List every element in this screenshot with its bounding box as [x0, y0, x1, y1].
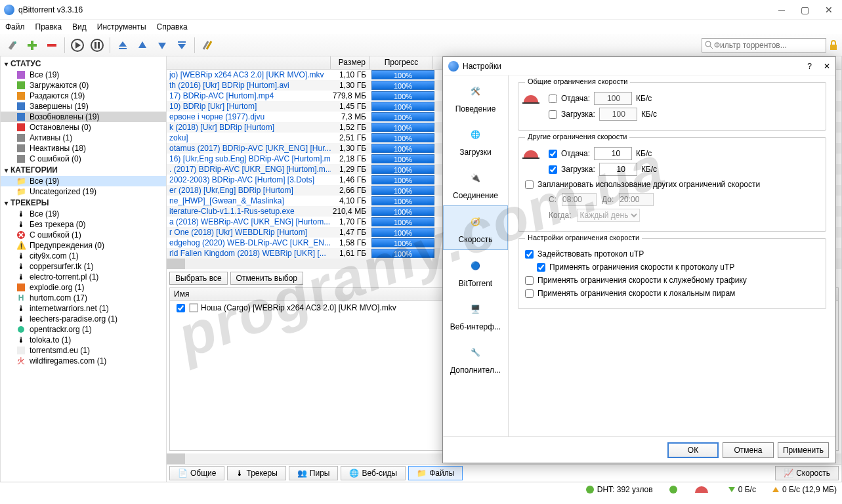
menu-edit[interactable]: Правка — [35, 22, 62, 32]
file-checkbox[interactable] — [177, 304, 185, 312]
overhead-checkbox[interactable] — [525, 276, 534, 285]
tab-peers[interactable]: 👥Пиры — [289, 466, 339, 480]
settings-button[interactable] — [199, 37, 216, 54]
search-box[interactable] — [702, 38, 826, 52]
local-peers-checkbox[interactable] — [525, 289, 534, 298]
menu-view[interactable]: Вид — [72, 22, 87, 32]
utp-limit-checkbox[interactable] — [537, 263, 545, 272]
status-icon — [16, 112, 26, 121]
lock-icon[interactable] — [829, 40, 839, 51]
alt-up-input[interactable] — [594, 147, 632, 160]
tab-files[interactable]: 📁Файлы — [408, 466, 463, 480]
tracker-item[interactable]: С ошибкой (1) — [1, 230, 166, 240]
tracker-item[interactable]: 🌡Без трекера (0) — [1, 219, 166, 230]
alt-down-checkbox[interactable] — [549, 165, 557, 174]
tab-webseeds[interactable]: 🌐Веб-сиды — [341, 466, 406, 480]
tracker-item[interactable]: 🌡leechers-paradise.org (1) — [1, 314, 166, 324]
move-bottom-button[interactable] — [173, 37, 190, 54]
status-item[interactable]: Завершены (19) — [1, 101, 166, 112]
move-down-button[interactable] — [154, 37, 171, 54]
tracker-item[interactable]: 🌡electro-torrent.pl (1) — [1, 272, 166, 282]
status-item[interactable]: Раздаются (19) — [1, 91, 166, 101]
tracker-item[interactable]: torrentsmd.eu (1) — [1, 345, 166, 356]
tracker-item[interactable]: 🌡toloka.to (1) — [1, 335, 166, 345]
download-speed[interactable]: 0 Б/с — [728, 485, 756, 494]
col-size[interactable]: Размер — [331, 56, 370, 69]
tab-general[interactable]: 📄Общие — [169, 466, 224, 480]
tab-trackers[interactable]: 🌡Трекеры — [227, 466, 285, 480]
schedule-checkbox[interactable] — [525, 180, 534, 189]
tracker-item[interactable]: opentrackr.org (1) — [1, 324, 166, 335]
nav-speed[interactable]: 🧭Скорость — [443, 205, 508, 250]
tracker-item[interactable]: 火wildfiregames.com (1) — [1, 356, 166, 366]
global-down-checkbox[interactable] — [549, 110, 557, 119]
upload-speed[interactable]: 0 Б/с (12,9 МБ) — [772, 485, 837, 494]
categories-header[interactable]: ▾КАТЕГОРИИ — [1, 164, 166, 176]
tracker-item[interactable]: ⚠️Предупреждения (0) — [1, 240, 166, 251]
when-select[interactable]: Каждый день — [577, 209, 640, 222]
utp-checkbox[interactable] — [525, 250, 534, 259]
dht-status: DHT: 392 узлов — [585, 485, 653, 494]
tracker-item[interactable]: Hhurtom.com (17) — [1, 293, 166, 303]
svg-rect-24 — [17, 134, 25, 142]
alt-up-checkbox[interactable] — [549, 150, 557, 158]
move-up-button[interactable] — [134, 37, 151, 54]
status-item[interactable]: Все (19) — [1, 70, 166, 80]
svg-rect-13 — [178, 41, 186, 43]
remove-button[interactable] — [43, 37, 60, 54]
status-item[interactable]: Активны (1) — [1, 133, 166, 143]
nav-webui[interactable]: 🖥️Веб-интерф... — [443, 293, 508, 337]
help-icon[interactable]: ? — [807, 62, 812, 71]
time-from-input[interactable] — [562, 193, 597, 206]
tracker-item[interactable]: 🌡Все (19) — [1, 209, 166, 219]
cancel-button[interactable]: Отмена — [723, 442, 774, 458]
global-up-input[interactable] — [594, 92, 632, 105]
maximize-icon[interactable]: ▢ — [801, 5, 809, 15]
pause-button[interactable] — [89, 37, 106, 54]
category-item[interactable]: 📁Uncategorized (19) — [1, 186, 166, 197]
connection-status-icon[interactable] — [669, 485, 678, 494]
status-icon — [16, 91, 26, 100]
nav-connection[interactable]: 🔌Соединение — [443, 162, 508, 205]
deselect-button[interactable]: Отменить выбор — [230, 272, 303, 285]
minimize-icon[interactable]: ─ — [778, 5, 785, 15]
move-top-button[interactable] — [114, 37, 131, 54]
search-input[interactable] — [714, 41, 823, 50]
play-button[interactable] — [69, 37, 86, 54]
trackers-header[interactable]: ▾ТРЕКЕРЫ — [1, 197, 166, 209]
ok-button[interactable]: ОК — [667, 442, 719, 458]
alt-speed-icon[interactable] — [694, 484, 712, 495]
menu-tools[interactable]: Инструменты — [97, 22, 146, 32]
category-item[interactable]: 📁Все (19) — [1, 176, 166, 186]
add-torrent-button[interactable] — [24, 37, 41, 54]
close-icon[interactable]: ✕ — [825, 5, 833, 15]
dialog-close-icon[interactable]: ✕ — [824, 62, 830, 71]
status-item[interactable]: Остановлены (0) — [1, 122, 166, 133]
col-progress[interactable]: Прогресс — [370, 56, 433, 69]
alt-down-input[interactable] — [599, 163, 637, 176]
tracker-item[interactable]: 🌡coppersurfer.tk (1) — [1, 261, 166, 272]
add-link-button[interactable] — [4, 37, 21, 54]
nav-bittorrent[interactable]: 🔵BitTorrent — [443, 250, 508, 293]
time-to-input[interactable] — [619, 193, 654, 206]
global-down-input[interactable] — [599, 108, 637, 121]
svg-rect-25 — [17, 144, 25, 152]
tracker-item[interactable]: 🌡city9x.com (1) — [1, 251, 166, 261]
status-item[interactable]: Загружаются (0) — [1, 80, 166, 91]
status-item[interactable]: Неактивны (18) — [1, 143, 166, 154]
status-item[interactable]: С ошибкой (0) — [1, 154, 166, 164]
tab-speed[interactable]: 📈Скорость — [775, 466, 839, 480]
select-all-button[interactable]: Выбрать все — [169, 272, 228, 285]
apply-button[interactable]: Применить — [778, 442, 829, 458]
tracker-item[interactable]: 🌡internetwarriors.net (1) — [1, 303, 166, 314]
nav-behaviour[interactable]: 🛠️Поведение — [443, 75, 508, 119]
tracker-item[interactable]: explodie.org (1) — [1, 282, 166, 293]
svg-rect-36 — [522, 102, 539, 104]
status-header[interactable]: ▾СТАТУС — [1, 58, 166, 70]
nav-downloads[interactable]: 🌐Загрузки — [443, 119, 508, 162]
menu-help[interactable]: Справка — [157, 22, 188, 32]
status-item[interactable]: Возобновлены (19) — [1, 112, 166, 122]
menu-file[interactable]: Файл — [5, 22, 25, 32]
nav-advanced[interactable]: 🔧Дополнител... — [443, 337, 508, 380]
global-up-checkbox[interactable] — [549, 94, 557, 103]
